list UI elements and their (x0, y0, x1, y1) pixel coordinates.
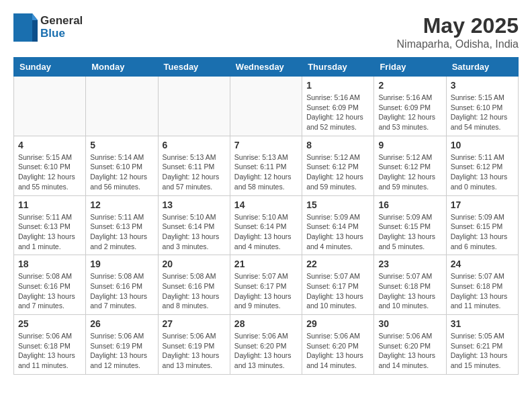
day-info: Sunrise: 5:06 AM Sunset: 6:19 PM Dayligh… (163, 331, 226, 371)
calendar-week-row: 11Sunrise: 5:11 AM Sunset: 6:13 PM Dayli… (14, 195, 519, 255)
day-info: Sunrise: 5:07 AM Sunset: 6:17 PM Dayligh… (234, 271, 298, 311)
day-info: Sunrise: 5:08 AM Sunset: 6:16 PM Dayligh… (18, 271, 81, 311)
day-info: Sunrise: 5:11 AM Sunset: 6:13 PM Dayligh… (18, 212, 81, 252)
day-info: Sunrise: 5:08 AM Sunset: 6:16 PM Dayligh… (163, 271, 226, 311)
day-info: Sunrise: 5:11 AM Sunset: 6:13 PM Dayligh… (90, 212, 153, 252)
day-number: 29 (306, 318, 369, 329)
calendar-cell: 23Sunrise: 5:07 AM Sunset: 6:18 PM Dayli… (374, 255, 446, 315)
column-header-tuesday: Tuesday (158, 58, 230, 77)
day-number: 24 (451, 259, 514, 269)
calendar-week-row: 25Sunrise: 5:06 AM Sunset: 6:18 PM Dayli… (14, 315, 519, 375)
day-number: 4 (18, 140, 81, 150)
day-number: 16 (378, 199, 441, 210)
day-number: 14 (234, 199, 298, 210)
logo: General Blue (13, 13, 83, 42)
day-number: 28 (234, 318, 298, 329)
calendar-cell: 16Sunrise: 5:09 AM Sunset: 6:15 PM Dayli… (374, 195, 446, 255)
day-info: Sunrise: 5:16 AM Sunset: 6:09 PM Dayligh… (378, 93, 441, 132)
calendar-cell: 28Sunrise: 5:06 AM Sunset: 6:20 PM Dayli… (230, 315, 302, 375)
calendar-cell: 2Sunrise: 5:16 AM Sunset: 6:09 PM Daylig… (374, 77, 446, 136)
day-number: 22 (306, 259, 369, 269)
day-number: 8 (306, 140, 369, 150)
day-number: 19 (90, 259, 153, 269)
day-info: Sunrise: 5:05 AM Sunset: 6:21 PM Dayligh… (451, 331, 514, 371)
calendar-cell (86, 77, 158, 136)
day-info: Sunrise: 5:06 AM Sunset: 6:18 PM Dayligh… (18, 331, 81, 371)
calendar-cell: 10Sunrise: 5:11 AM Sunset: 6:12 PM Dayli… (446, 136, 518, 195)
day-number: 12 (90, 199, 153, 210)
day-info: Sunrise: 5:14 AM Sunset: 6:10 PM Dayligh… (90, 152, 153, 192)
calendar-cell: 9Sunrise: 5:12 AM Sunset: 6:12 PM Daylig… (374, 136, 446, 195)
calendar-cell: 4Sunrise: 5:15 AM Sunset: 6:10 PM Daylig… (14, 136, 86, 195)
title-block: May 2025 Nimaparha, Odisha, India (397, 13, 519, 50)
day-number: 5 (90, 140, 153, 150)
day-info: Sunrise: 5:09 AM Sunset: 6:15 PM Dayligh… (451, 212, 514, 252)
day-number: 21 (234, 259, 298, 269)
day-info: Sunrise: 5:11 AM Sunset: 6:12 PM Dayligh… (451, 152, 514, 192)
calendar-cell (230, 77, 302, 136)
day-number: 2 (378, 80, 441, 91)
calendar-cell: 25Sunrise: 5:06 AM Sunset: 6:18 PM Dayli… (14, 315, 86, 375)
calendar-cell: 14Sunrise: 5:10 AM Sunset: 6:14 PM Dayli… (230, 195, 302, 255)
calendar-cell: 3Sunrise: 5:15 AM Sunset: 6:10 PM Daylig… (446, 77, 518, 136)
day-info: Sunrise: 5:16 AM Sunset: 6:09 PM Dayligh… (306, 93, 369, 132)
calendar-week-row: 18Sunrise: 5:08 AM Sunset: 6:16 PM Dayli… (14, 255, 519, 315)
column-header-sunday: Sunday (14, 58, 86, 77)
calendar-cell: 8Sunrise: 5:12 AM Sunset: 6:12 PM Daylig… (302, 136, 374, 195)
day-info: Sunrise: 5:07 AM Sunset: 6:18 PM Dayligh… (378, 271, 441, 311)
column-header-saturday: Saturday (446, 58, 518, 77)
day-number: 25 (18, 318, 81, 329)
day-number: 23 (378, 259, 441, 269)
column-header-thursday: Thursday (302, 58, 374, 77)
subtitle: Nimaparha, Odisha, India (397, 38, 519, 50)
calendar-cell: 11Sunrise: 5:11 AM Sunset: 6:13 PM Dayli… (14, 195, 86, 255)
svg-rect-0 (13, 13, 32, 42)
day-info: Sunrise: 5:13 AM Sunset: 6:11 PM Dayligh… (163, 152, 226, 192)
main-title: May 2025 (397, 13, 519, 38)
day-info: Sunrise: 5:06 AM Sunset: 6:20 PM Dayligh… (306, 331, 369, 371)
day-info: Sunrise: 5:06 AM Sunset: 6:19 PM Dayligh… (90, 331, 153, 371)
day-info: Sunrise: 5:09 AM Sunset: 6:14 PM Dayligh… (306, 212, 369, 252)
day-info: Sunrise: 5:07 AM Sunset: 6:17 PM Dayligh… (306, 271, 369, 311)
calendar-cell: 6Sunrise: 5:13 AM Sunset: 6:11 PM Daylig… (158, 136, 230, 195)
calendar-cell: 27Sunrise: 5:06 AM Sunset: 6:19 PM Dayli… (158, 315, 230, 375)
calendar-cell: 22Sunrise: 5:07 AM Sunset: 6:17 PM Dayli… (302, 255, 374, 315)
calendar-table: SundayMondayTuesdayWednesdayThursdayFrid… (13, 57, 519, 375)
calendar-week-row: 1Sunrise: 5:16 AM Sunset: 6:09 PM Daylig… (14, 77, 519, 136)
day-number: 13 (163, 199, 226, 210)
day-info: Sunrise: 5:12 AM Sunset: 6:12 PM Dayligh… (378, 152, 441, 192)
calendar-cell: 26Sunrise: 5:06 AM Sunset: 6:19 PM Dayli… (86, 315, 158, 375)
calendar-cell: 18Sunrise: 5:08 AM Sunset: 6:16 PM Dayli… (14, 255, 86, 315)
day-number: 27 (163, 318, 226, 329)
calendar-cell: 29Sunrise: 5:06 AM Sunset: 6:20 PM Dayli… (302, 315, 374, 375)
logo-icon (13, 13, 38, 42)
logo-blue: Blue (40, 28, 83, 40)
day-number: 11 (18, 199, 81, 210)
day-number: 1 (306, 80, 369, 91)
day-number: 20 (163, 259, 226, 269)
calendar-cell: 21Sunrise: 5:07 AM Sunset: 6:17 PM Dayli… (230, 255, 302, 315)
calendar-cell: 24Sunrise: 5:07 AM Sunset: 6:18 PM Dayli… (446, 255, 518, 315)
day-info: Sunrise: 5:09 AM Sunset: 6:15 PM Dayligh… (378, 212, 441, 252)
day-number: 10 (451, 140, 514, 150)
day-info: Sunrise: 5:07 AM Sunset: 6:18 PM Dayligh… (451, 271, 514, 311)
column-header-friday: Friday (374, 58, 446, 77)
column-header-wednesday: Wednesday (230, 58, 302, 77)
calendar-cell: 19Sunrise: 5:08 AM Sunset: 6:16 PM Dayli… (86, 255, 158, 315)
logo-general: General (40, 15, 83, 28)
day-info: Sunrise: 5:13 AM Sunset: 6:11 PM Dayligh… (234, 152, 298, 192)
calendar-cell: 1Sunrise: 5:16 AM Sunset: 6:09 PM Daylig… (302, 77, 374, 136)
page-header: General Blue May 2025 Nimaparha, Odisha,… (13, 13, 519, 50)
column-header-monday: Monday (86, 58, 158, 77)
calendar-cell: 7Sunrise: 5:13 AM Sunset: 6:11 PM Daylig… (230, 136, 302, 195)
logo-text: General Blue (40, 15, 83, 40)
day-number: 26 (90, 318, 153, 329)
day-info: Sunrise: 5:10 AM Sunset: 6:14 PM Dayligh… (163, 212, 226, 252)
day-number: 15 (306, 199, 369, 210)
day-number: 18 (18, 259, 81, 269)
calendar-cell (158, 77, 230, 136)
day-number: 3 (451, 80, 514, 91)
calendar-header-row: SundayMondayTuesdayWednesdayThursdayFrid… (14, 58, 519, 77)
calendar-cell: 12Sunrise: 5:11 AM Sunset: 6:13 PM Dayli… (86, 195, 158, 255)
day-info: Sunrise: 5:08 AM Sunset: 6:16 PM Dayligh… (90, 271, 153, 311)
